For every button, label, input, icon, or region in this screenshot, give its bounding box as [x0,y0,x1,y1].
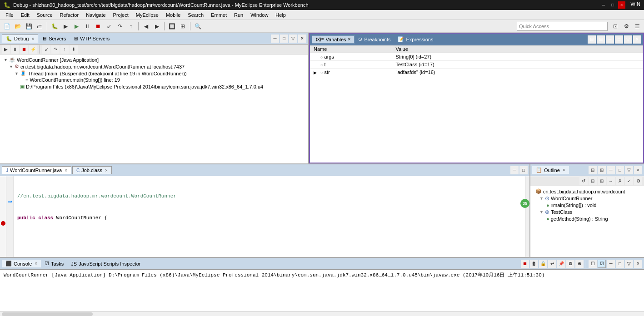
minimize-button[interactable]: ─ [600,1,607,9]
suspend-debug-btn[interactable]: ⏸ [11,45,19,54]
stepinto-debug-btn[interactable]: ↙ [42,45,50,54]
tree-item-jdk[interactable]: ▶ ▣ D:\Program Files (x86)\Java\MyEclips… [2,83,306,90]
editor-content[interactable]: ⇒ //cn.test.bigdata.hadoop.mr.wordcount. [0,176,529,257]
menu-emmet[interactable]: Emmet [207,11,230,19]
debug-panel-menu[interactable]: ▽ [289,35,297,43]
tab-console[interactable]: ⬛ Console × [2,260,41,267]
console-tab-close[interactable]: × [35,261,37,266]
outline-tab-close[interactable]: × [563,168,565,173]
menu-navigate[interactable]: Navigate [82,11,109,19]
outline-content[interactable]: 📦 cn.test.bigdata.hadoop.mr.wordcount ▼ … [530,186,644,257]
disconnect-debug-btn[interactable]: ⚡ [29,45,37,54]
tab-wtp-servers[interactable]: 🖥 WTP Servers [70,35,113,42]
menu-edit[interactable]: Edit [17,11,33,19]
resume-debug-btn[interactable]: ▶ [2,45,10,54]
menu-help[interactable]: Help [272,11,290,19]
vars-panel-btn2[interactable]: ⊞ [597,35,605,44]
menu-search[interactable]: Search [184,11,207,19]
tree-item-frame[interactable]: ▶ ≡ WordCountRunner.main(String[]) line:… [2,77,306,83]
step-over-button[interactable]: ↷ [115,21,125,31]
toolbar-settings-button[interactable]: ☰ [632,21,642,31]
console-maximize[interactable]: □ [616,260,624,268]
step-return-button[interactable]: ↑ [126,21,136,31]
outline-minimize[interactable]: ─ [607,166,615,174]
console-newconsole-btn[interactable]: ⊕ [575,260,584,268]
vars-panel-btn1[interactable]: ⊟ [588,35,596,44]
tab-servers[interactable]: 🖥 Servers [38,35,70,42]
tree-item-app[interactable]: ▼ ☕ WordCountRunner [Java Application] [2,56,306,63]
maximize-button[interactable]: □ [609,1,616,9]
outline-expand-3[interactable]: ▼ [539,210,544,214]
expand-str[interactable]: ▶ [314,70,319,75]
debug-panel-maximize[interactable]: □ [280,35,288,43]
menu-window[interactable]: Window [247,11,272,19]
quick-access-input[interactable] [517,22,608,31]
job-tab-close[interactable]: × [105,168,108,173]
vars-panel-close[interactable]: × [633,35,641,44]
tab-expressions[interactable]: 📝 Expressions [394,35,437,43]
tab-wordcountrunner[interactable]: J WordCountRunner.java × [2,166,71,174]
vars-tab-close[interactable]: × [348,37,351,42]
console-minimize[interactable]: ─ [607,260,615,268]
debug-button[interactable]: 🐛 [50,21,60,31]
debug-panel-close[interactable]: × [298,35,306,43]
tab-tasks[interactable]: ☑ Tasks [41,260,67,267]
outline-testclass[interactable]: ▼ ⊛ TestClass [532,208,642,216]
outline-expand-1[interactable]: ▼ [539,196,544,201]
expand-arrow-1[interactable]: ▼ [9,64,15,69]
console-word-wrap-btn[interactable]: ↩ [548,260,556,268]
outline-menu[interactable]: ▽ [625,166,633,174]
step-into-button[interactable]: ↙ [104,21,114,31]
editor-maximize[interactable]: □ [519,166,528,174]
editor-scrollbar[interactable] [525,176,529,257]
menu-mobile[interactable]: Mobile [162,11,184,19]
tab-variables[interactable]: (x)= Variables × [312,35,354,44]
console-pin-btn[interactable]: 📌 [557,260,565,268]
resume-button[interactable]: ▶ [71,21,81,31]
menu-file[interactable]: File [2,11,17,19]
console-menu[interactable]: ▽ [625,260,633,268]
vars-panel-maximize[interactable]: □ [615,35,623,44]
outline-getmethod[interactable]: ● getMethod(String) : String [532,216,642,222]
tab-breakpoints[interactable]: ⊙ Breakpoints [354,35,394,43]
outline-btn6[interactable]: ✓ [625,177,633,185]
save-all-button[interactable]: 🗃 [35,21,45,31]
menu-myeclipse[interactable]: MyEclipse [132,11,162,19]
view-button[interactable]: ⊞ [178,21,188,31]
prev-button[interactable]: ◀ [141,21,151,31]
outline-btn2[interactable]: ⊟ [589,177,597,185]
tab-debug[interactable]: 🐛 Debug × [2,35,38,43]
scrollbar-thumb[interactable] [2,312,93,316]
open-perspective-button[interactable]: ⊡ [610,21,620,31]
outline-filter-btn[interactable]: ⊞ [598,166,606,174]
tab-job-class[interactable]: C Job.class × [72,166,112,174]
vars-table[interactable]: Name Value ○ args String[0] (id=27) [310,45,643,163]
expand-arrow-2[interactable]: ▼ [15,71,20,76]
wc-tab-close[interactable]: × [65,168,67,173]
outline-btn5[interactable]: ✗ [616,177,624,185]
console-clear-btn[interactable]: 🗑 [530,260,538,268]
vars-panel-menu[interactable]: ▽ [624,35,632,44]
debug-panel-minimize[interactable]: ─ [271,35,279,43]
outline-btn3[interactable]: ⊞ [598,177,606,185]
search-button[interactable]: 🔍 [193,21,203,31]
menu-source[interactable]: Source [33,11,56,19]
outline-package[interactable]: 📦 cn.test.bigdata.hadoop.mr.wordcount [532,188,642,195]
console-content[interactable]: WordCountRunner [Java Application] D:\Pr… [0,270,644,311]
outline-sort-btn[interactable]: ⊟ [589,166,597,174]
outline-btn4[interactable]: ↔ [607,177,615,185]
outline-maximize[interactable]: □ [616,166,624,174]
code-area[interactable]: //cn.test.bigdata.hadoop.mr.wordcount.Wo… [14,176,525,257]
tree-item-class[interactable]: ▼ ⚙ cn.test.bigdata.hadoop.mr.wordcount.… [2,63,306,70]
customize-perspective-button[interactable]: ⚙ [621,21,631,31]
var-row-str[interactable]: ▶ ○ str "adfasfds" (id=16) [310,69,643,76]
tab-outline[interactable]: 📋 Outline × [532,166,569,174]
terminate-debug-btn[interactable]: ⏹ [20,45,28,54]
terminate-button[interactable]: ⏹ [93,21,103,31]
outline-main-method[interactable]: ● S main(String[]) : void [532,202,642,208]
console-scroll-lock-btn[interactable]: 🔒 [539,260,547,268]
console-display-selected-btn[interactable]: ☐ [589,260,597,268]
vars-panel-minimize[interactable]: ─ [606,35,614,44]
droptoframe-debug-btn[interactable]: ⬇ [70,45,78,54]
save-button[interactable]: 💾 [24,21,34,31]
